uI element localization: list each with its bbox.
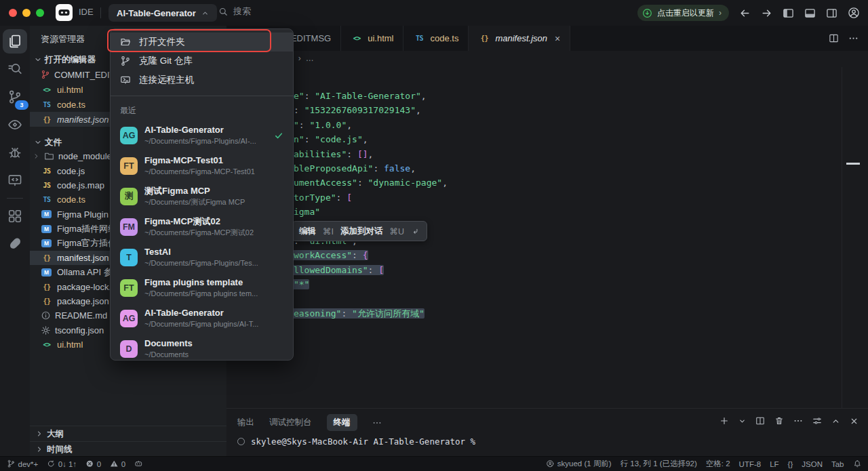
status-item-indentation[interactable]: 空格: 2 bbox=[706, 459, 730, 469]
recent-project-name: Figma-MCP测试02 bbox=[144, 216, 254, 228]
split-editor-icon[interactable] bbox=[829, 33, 839, 43]
insert-corner-icon[interactable] bbox=[411, 227, 420, 236]
gitgray-icon bbox=[7, 459, 16, 468]
terminal-profile-chevron-icon[interactable] bbox=[738, 417, 746, 425]
status-item-branch[interactable]: dev*+ bbox=[7, 459, 38, 468]
activity-item-explorer[interactable] bbox=[3, 29, 27, 54]
activity-bar-divider bbox=[7, 198, 23, 199]
status-item-notifications[interactable] bbox=[853, 459, 862, 468]
status-item-errors[interactable]: 0 bbox=[85, 459, 101, 468]
activity-item-preview[interactable] bbox=[3, 112, 27, 137]
account-icon[interactable] bbox=[848, 7, 860, 19]
html-file-icon: <> bbox=[351, 35, 363, 42]
recent-project-item[interactable]: 测测试Figma MCP~/Documents/测试Figma MCP bbox=[111, 181, 293, 211]
current-project-check-icon bbox=[274, 131, 283, 140]
chevron-right-icon: › bbox=[719, 8, 722, 18]
project-badge: AG bbox=[120, 310, 138, 327]
status-item-tab-focus-mode[interactable]: Tab bbox=[831, 460, 844, 468]
split-terminal-icon[interactable] bbox=[755, 416, 765, 426]
file-name: Figma官方插件 bbox=[57, 237, 117, 249]
monitor-icon bbox=[7, 173, 22, 188]
recent-project-item[interactable]: DDocuments~/Documents bbox=[111, 333, 293, 361]
status-label: Tab bbox=[831, 460, 844, 468]
status-item-assistant[interactable] bbox=[134, 459, 143, 468]
status-item-braces-indicator[interactable]: {} bbox=[788, 460, 793, 468]
editor-tab-code.ts[interactable]: TScode.ts bbox=[403, 26, 469, 51]
search-input[interactable]: 搜索 bbox=[218, 5, 251, 18]
recent-project-item[interactable]: FTFigma-MCP-Test01~/Documents/Figma-MCP-… bbox=[111, 150, 293, 181]
activity-item-extensions[interactable] bbox=[3, 204, 27, 228]
recent-project-item[interactable]: FTFigma plugins template~/Documents/Figm… bbox=[111, 272, 293, 303]
status-item-eol[interactable]: LF bbox=[770, 460, 778, 468]
close-tab-icon[interactable]: × bbox=[555, 33, 560, 44]
file-name: README.md bbox=[55, 310, 107, 321]
panel-more-tabs-icon[interactable] bbox=[372, 418, 382, 428]
activity-item-assistant[interactable] bbox=[3, 232, 27, 256]
close-panel-icon[interactable] bbox=[850, 417, 859, 426]
activity-item-debug[interactable] bbox=[3, 140, 27, 165]
toggle-right-sidebar-button[interactable] bbox=[826, 7, 837, 19]
editor-tab-manifest.json[interactable]: {}manifest.json× bbox=[469, 26, 570, 52]
recent-project-name: Documents bbox=[144, 338, 193, 350]
navigate-forward-button[interactable] bbox=[761, 7, 772, 19]
status-item-git-blame[interactable]: skyued (1 周前) bbox=[546, 459, 611, 469]
recent-project-item[interactable]: FMFigma-MCP测试02~/Documents/Figma-MCP测试02 bbox=[111, 211, 293, 242]
kill-terminal-icon[interactable] bbox=[774, 416, 784, 426]
panel-tab-调试控制台[interactable]: 调试控制台 bbox=[269, 417, 312, 428]
menu-action-克隆 Git 仓库[interactable]: 克隆 Git 仓库 bbox=[111, 52, 293, 70]
terminal-settings-icon[interactable] bbox=[812, 416, 822, 426]
recent-project-item[interactable]: AGAI-Table-Generator~/Documents/Figma-Pl… bbox=[111, 120, 293, 150]
timeline-label: 时间线 bbox=[47, 444, 73, 455]
status-item-language-mode[interactable]: JSON bbox=[802, 460, 823, 468]
recent-project-item[interactable]: TTestAI~/Documents/Figma-Plugins/Tes... bbox=[111, 242, 293, 272]
new-terminal-icon[interactable] bbox=[719, 416, 729, 426]
json-file-icon: {} bbox=[41, 283, 53, 291]
terminal-prompt-line[interactable]: skylee@Skys-MacBook-Air AI-Table-Generat… bbox=[237, 436, 475, 447]
bug-icon bbox=[7, 145, 22, 160]
project-switcher-button[interactable]: AI-Table-Generator bbox=[108, 4, 217, 22]
more-actions-icon[interactable] bbox=[793, 416, 803, 426]
status-label: UTF-8 bbox=[739, 460, 762, 468]
restart-to-update-button[interactable]: 点击重启以更新 › bbox=[637, 5, 729, 21]
status-item-encoding[interactable]: UTF-8 bbox=[739, 460, 762, 468]
status-item-cursor-position[interactable]: 行 13, 列 1 (已选择92) bbox=[620, 459, 697, 469]
js-file-icon: JS bbox=[41, 167, 53, 175]
toggle-panel-button[interactable] bbox=[804, 7, 816, 19]
breadcrumb[interactable]: manifest.json › … bbox=[226, 51, 868, 67]
more-actions-icon[interactable] bbox=[848, 33, 859, 43]
zoom-window-button[interactable] bbox=[36, 9, 44, 17]
menu-action-打开文件夹[interactable]: 打开文件夹 bbox=[111, 33, 293, 52]
project-name: AI-Table-Generator bbox=[117, 8, 196, 18]
activity-item-remote-explorer[interactable] bbox=[3, 168, 27, 192]
menu-divider bbox=[111, 96, 293, 96]
markdown-file-icon: M bbox=[41, 268, 52, 277]
recent-project-path: ~/Documents/Figma-MCP测试02 bbox=[144, 228, 254, 237]
toggle-left-sidebar-button[interactable] bbox=[783, 7, 794, 19]
add-to-chat-button[interactable]: 添加到对话 bbox=[340, 226, 383, 237]
status-item-sync[interactable]: 0↓ 1↑ bbox=[47, 459, 77, 468]
outline-section-header[interactable]: 大纲 bbox=[30, 426, 226, 441]
close-window-button[interactable] bbox=[9, 9, 17, 17]
update-label: 点击重启以更新 bbox=[657, 7, 714, 19]
editor-tab-ui.html[interactable]: <>ui.html bbox=[341, 26, 403, 51]
titlebar: IDE AI-Table-Generator 搜索 点击重启以更新 › bbox=[0, 0, 868, 26]
recent-project-item[interactable]: AGAI-Table-Generator~/Documents/Figma pl… bbox=[111, 303, 293, 333]
activity-item-search[interactable] bbox=[3, 57, 27, 81]
panel-tab-终端[interactable]: 终端 bbox=[327, 414, 357, 431]
minimize-window-button[interactable] bbox=[22, 9, 31, 17]
status-label: 空格: 2 bbox=[706, 459, 730, 469]
navigate-back-button[interactable] bbox=[739, 7, 751, 19]
recent-label: 最近 bbox=[111, 99, 293, 120]
status-item-warnings[interactable]: 0 bbox=[110, 459, 125, 468]
menu-action-连接远程主机[interactable]: 连接远程主机 bbox=[111, 70, 293, 89]
html-file-icon: <> bbox=[41, 341, 53, 348]
panel-tab-输出[interactable]: 输出 bbox=[237, 417, 254, 428]
file-name: code.js bbox=[57, 166, 85, 176]
activity-item-source-control[interactable]: 3 bbox=[3, 85, 27, 109]
timeline-section-header[interactable]: 时间线 bbox=[30, 441, 226, 457]
open-editors-label: 打开的编辑器 bbox=[45, 54, 96, 66]
maximize-panel-icon[interactable] bbox=[831, 417, 840, 426]
recent-project-name: TestAI bbox=[144, 247, 258, 258]
project-badge: AG bbox=[120, 127, 138, 144]
edit-action-button[interactable]: 编辑 bbox=[299, 226, 316, 237]
